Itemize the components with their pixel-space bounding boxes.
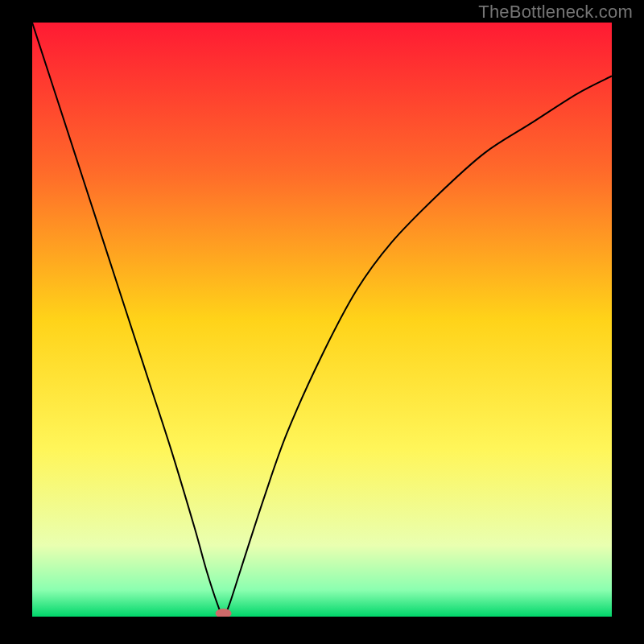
plot-area [32,23,612,617]
watermark-text: TheBottleneck.com [478,2,633,23]
gradient-background [32,23,612,617]
chart-svg [32,23,612,617]
chart-frame: TheBottleneck.com [0,0,644,644]
